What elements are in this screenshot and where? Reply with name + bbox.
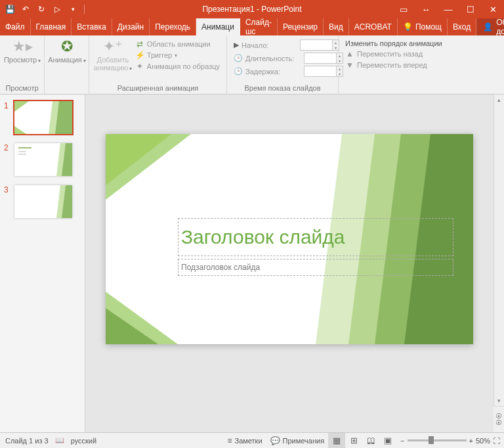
spellcheck-icon[interactable]: 📖 <box>55 436 64 445</box>
start-from-beginning-icon[interactable]: ▷ <box>51 3 63 15</box>
svg-rect-8 <box>18 154 26 155</box>
comments-label: Примечания <box>283 437 325 445</box>
tab-acrobat[interactable]: ACROBAT <box>349 18 398 35</box>
move-later-button[interactable]: ▼Переместить вперед <box>345 60 442 70</box>
zoom-slider[interactable] <box>408 439 467 441</box>
svg-rect-7 <box>18 151 26 152</box>
reading-view-icon[interactable]: 🕮 <box>362 433 379 449</box>
tab-tell-label: Помощ <box>415 22 442 32</box>
preview-button[interactable]: ★▸ Просмотр <box>4 38 41 66</box>
pane-icon: ⇄ <box>135 39 144 49</box>
painter-label: Анимация по образцу <box>147 62 220 70</box>
lightning-icon: ⚡ <box>135 51 144 60</box>
play-icon: ▶ <box>234 41 239 49</box>
window-title: Презентация1 - PowerPoint <box>202 5 301 14</box>
svg-marker-12 <box>106 134 171 185</box>
tab-signin[interactable]: Вход <box>448 18 476 35</box>
ribbon-options-icon[interactable]: ▭ <box>392 0 415 18</box>
ribbon: ★▸ Просмотр Просмотр ✪ Анимация ✦⁺ Добав… <box>0 35 504 95</box>
vertical-scrollbar[interactable]: ▴ ▾ <box>494 95 504 406</box>
notes-button[interactable]: ≡Заметки <box>223 433 266 449</box>
nav-buttons: ⦿ ⦿ <box>494 406 504 432</box>
thumb-number-1: 1 <box>4 101 10 134</box>
clock-icon: 🕒 <box>234 54 243 62</box>
undo-icon[interactable]: ↶ <box>20 3 32 15</box>
thumbnail-row[interactable]: 2 <box>4 143 81 176</box>
tab-file[interactable]: Файл <box>0 18 31 35</box>
fit-to-window-icon[interactable]: ⛶ <box>493 437 500 445</box>
animation-gallery-button[interactable]: ✪ Анимация <box>49 38 85 66</box>
thumbnail-row[interactable]: 3 <box>4 185 81 218</box>
quick-access-toolbar: 💾 ↶ ↻ ▷ ▾ <box>0 3 86 15</box>
duration-input[interactable] <box>304 53 337 64</box>
slide-counter[interactable]: Слайд 1 из 3 <box>5 437 49 445</box>
start-input[interactable] <box>300 39 333 51</box>
add-animation-button[interactable]: ✦⁺ Добавить анимацию <box>93 38 133 74</box>
brush-icon: ✦ <box>135 62 144 71</box>
share-button[interactable]: 👤Общий доступ <box>476 18 504 35</box>
tab-view[interactable]: Вид <box>324 18 349 35</box>
touch-mode-icon[interactable]: ↔ <box>415 0 437 18</box>
star-play-icon: ★▸ <box>12 39 33 54</box>
slide-canvas-area[interactable]: Заголовок слайда Подзаголовок слайда <box>85 95 494 432</box>
reorder-heading: Изменить порядок анимации <box>345 39 442 47</box>
thumb-number-3: 3 <box>4 185 10 218</box>
zoom-in-icon[interactable]: + <box>469 437 473 445</box>
animation-pane-button[interactable]: ⇄Область анимации <box>135 39 220 49</box>
down-arrow-icon: ▼ <box>345 60 354 70</box>
scroll-up-icon[interactable]: ▴ <box>494 95 504 105</box>
comments-button[interactable]: 💬Примечания <box>266 433 329 449</box>
normal-view-icon[interactable]: ▦ <box>328 433 345 449</box>
slideshow-view-icon[interactable]: ▣ <box>379 433 396 449</box>
zoom-thumb[interactable] <box>429 436 434 444</box>
move-earlier-button[interactable]: ▲Переместить назад <box>345 49 442 58</box>
thumbnail-1[interactable] <box>14 101 72 134</box>
language-label[interactable]: русский <box>71 437 96 445</box>
up-arrow-icon: ▲ <box>345 49 354 58</box>
delay-input[interactable] <box>304 66 337 77</box>
separator <box>84 5 85 14</box>
subtitle-text: Подзаголовок слайда <box>178 263 260 272</box>
next-slide-icon[interactable]: ⦿ <box>495 420 502 426</box>
slide-canvas[interactable]: Заголовок слайда Подзаголовок слайда <box>106 134 473 344</box>
zoom-out-icon[interactable]: − <box>400 437 404 445</box>
tab-design[interactable]: Дизайн <box>112 18 150 35</box>
slide-sorter-icon[interactable]: ⊞ <box>345 433 362 449</box>
title-text: Заголовок слайда <box>178 226 345 248</box>
duration-label: Длительность: <box>245 55 301 62</box>
thumb-number-2: 2 <box>4 143 10 176</box>
minimize-button[interactable]: — <box>437 0 459 18</box>
group-animation-label <box>45 84 89 94</box>
scroll-down-icon[interactable]: ▾ <box>494 395 504 406</box>
delay-icon: 🕒 <box>234 67 243 76</box>
qat-customize-icon[interactable]: ▾ <box>67 3 79 15</box>
tab-review[interactable]: Рецензир <box>278 18 324 35</box>
trigger-label: Триггер <box>147 51 172 59</box>
animation-icon: ✪ <box>61 39 73 54</box>
animation-pane-label: Область анимации <box>147 40 211 48</box>
subtitle-placeholder[interactable]: Подзаголовок слайда <box>178 259 453 276</box>
tab-slideshow[interactable]: Слайд-шс <box>240 18 278 35</box>
slide-thumbnails: 1 2 3 <box>0 95 85 432</box>
tab-home[interactable]: Главная <box>31 18 72 35</box>
svg-rect-6 <box>18 147 32 148</box>
zoom-controls: − + 50% ⛶ <box>396 437 504 445</box>
maximize-button[interactable]: ☐ <box>459 0 482 18</box>
thumbnail-3[interactable] <box>14 185 72 218</box>
zoom-value[interactable]: 50% <box>476 437 490 445</box>
animation-painter-button[interactable]: ✦Анимация по образцу <box>135 62 220 71</box>
trigger-button[interactable]: ⚡Триггер▾ <box>135 51 220 60</box>
thumbnail-row[interactable]: 1 <box>4 101 81 134</box>
thumbnail-2[interactable] <box>14 143 72 176</box>
tab-transitions[interactable]: Переходь <box>150 18 196 35</box>
close-button[interactable]: ✕ <box>482 0 504 18</box>
save-icon[interactable]: 💾 <box>4 3 16 15</box>
tab-tell-me[interactable]: 💡Помощ <box>398 18 448 35</box>
title-placeholder[interactable]: Заголовок слайда <box>178 218 453 256</box>
lightbulb-icon: 💡 <box>403 22 413 32</box>
tab-insert[interactable]: Вставка <box>72 18 112 35</box>
tab-animations[interactable]: Анимаци <box>196 18 240 35</box>
delay-label: Задержка: <box>245 68 301 76</box>
redo-icon[interactable]: ↻ <box>35 3 47 15</box>
prev-slide-icon[interactable]: ⦿ <box>495 413 502 420</box>
